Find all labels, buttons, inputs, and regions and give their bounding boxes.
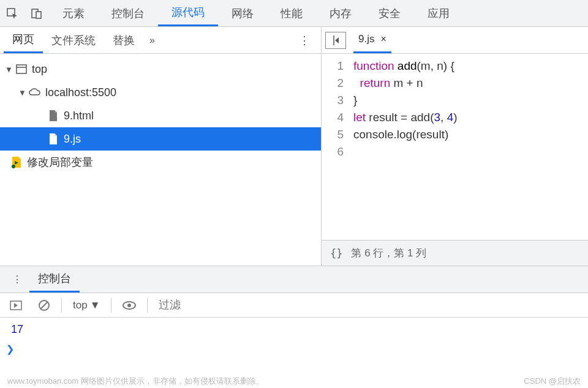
console-menu-icon[interactable]: ⋮ — [5, 274, 29, 285]
top-tab-3[interactable]: 网络 — [218, 0, 267, 26]
tree-host[interactable]: ▼ localhost:5500 — [0, 81, 321, 104]
footer-right: CSDN @启扶农 — [524, 376, 581, 387]
cursor-position: 第 6 行，第 1 列 — [351, 246, 426, 260]
tree-label: 9.js — [64, 133, 81, 146]
file-icon — [45, 109, 61, 122]
filter-input[interactable] — [154, 296, 583, 314]
tree-file-html[interactable]: 9.html — [0, 104, 321, 127]
close-tab-icon[interactable]: × — [380, 34, 386, 45]
top-tab-6[interactable]: 安全 — [365, 0, 414, 26]
tree-file-js[interactable]: 9.js — [0, 127, 321, 151]
devtools-top-tabs: 元素控制台源代码网络性能内存安全应用 — [0, 0, 588, 27]
code-content[interactable]: function add(m, n) { return m + n}let re… — [349, 58, 588, 240]
dropdown-arrow-icon: ▼ — [90, 299, 100, 312]
console-drawer: ⋮ 控制台 top ▼ 17 ❯ — [0, 266, 588, 357]
expand-arrow-icon: ▼ — [5, 65, 13, 74]
inspect-icon[interactable] — [0, 7, 24, 20]
top-tab-0[interactable]: 元素 — [49, 0, 98, 26]
navigator-tabs: 网页文件系统替换 » ⋮ — [0, 27, 321, 54]
toggle-navigator-icon[interactable] — [325, 32, 346, 49]
svg-point-11 — [127, 304, 131, 307]
tree-label: top — [32, 63, 47, 76]
more-tabs-chevron[interactable]: » — [143, 35, 161, 46]
tree-label: localhost:5500 — [45, 86, 116, 99]
toggle-sidebar-icon[interactable] — [5, 300, 27, 310]
console-output: 17 — [0, 318, 588, 341]
svg-rect-2 — [36, 12, 41, 18]
top-tab-5[interactable]: 内存 — [316, 0, 365, 26]
top-tab-1[interactable]: 控制台 — [98, 0, 158, 26]
svg-rect-3 — [17, 65, 26, 73]
file-icon — [45, 132, 61, 146]
svg-line-9 — [40, 302, 48, 309]
editor-status-bar: {} 第 6 行，第 1 列 — [322, 240, 588, 266]
nav-tab-2[interactable]: 替换 — [104, 27, 143, 53]
tree-top-frame[interactable]: ▼ top — [0, 58, 321, 81]
top-tab-7[interactable]: 应用 — [414, 0, 463, 26]
editor-panel: 9.js × 123456 function add(m, n) { retur… — [322, 27, 588, 266]
tree-label: 9.html — [64, 110, 94, 122]
editor-file-tab[interactable]: 9.js × — [353, 27, 391, 53]
navigator-menu-icon[interactable]: ⋮ — [292, 34, 317, 47]
file-tree: ▼ top ▼ localhost:5500 9.html — [0, 54, 321, 266]
line-gutter: 123456 — [322, 58, 349, 240]
device-toggle-icon[interactable] — [24, 7, 49, 20]
code-editor[interactable]: 123456 function add(m, n) { return m + n… — [322, 54, 588, 240]
expand-arrow-icon: ▼ — [18, 88, 27, 97]
cloud-icon — [27, 86, 43, 99]
clear-console-icon[interactable] — [33, 299, 55, 312]
frame-icon — [13, 62, 29, 76]
svg-point-5 — [12, 165, 15, 168]
console-toolbar: top ▼ — [0, 293, 588, 318]
top-tab-4[interactable]: 性能 — [267, 0, 316, 26]
nav-tab-1[interactable]: 文件系统 — [43, 27, 104, 53]
nav-tab-0[interactable]: 网页 — [4, 27, 43, 53]
watermark-footer: www.toymoban.com 网络图片仅供展示，非存储，如有侵权请联系删除。… — [0, 376, 588, 387]
console-prompt-icon[interactable]: ❯ — [0, 341, 588, 357]
top-tab-2[interactable]: 源代码 — [158, 0, 218, 26]
editor-tab-bar: 9.js × — [322, 27, 588, 54]
console-log-value: 17 — [11, 323, 23, 335]
context-selector[interactable]: top ▼ — [68, 299, 105, 312]
file-tab-label: 9.js — [358, 33, 374, 45]
live-expression-icon[interactable] — [118, 300, 141, 310]
tree-workspace[interactable]: 修改局部变量 — [0, 151, 321, 174]
console-header: ⋮ 控制台 — [0, 266, 588, 293]
console-tab[interactable]: 控制台 — [29, 266, 80, 293]
tree-label: 修改局部变量 — [27, 155, 93, 170]
format-icon[interactable]: {} — [330, 247, 342, 259]
sources-navigator: 网页文件系统替换 » ⋮ ▼ top ▼ localhost:5500 — [0, 27, 322, 266]
snippet-icon — [9, 155, 24, 169]
footer-left: www.toymoban.com 网络图片仅供展示，非存储，如有侵权请联系删除。 — [7, 376, 264, 387]
